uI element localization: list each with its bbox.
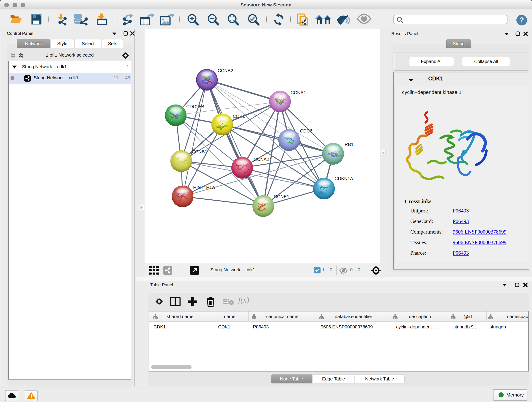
svg-text:?: ? bbox=[519, 16, 524, 24]
svg-text:CDC6: CDC6 bbox=[300, 128, 312, 133]
svg-text:CCNE1: CCNE1 bbox=[274, 194, 289, 199]
svg-text:CCNB2: CCNB2 bbox=[218, 68, 233, 73]
svg-text:RB1: RB1 bbox=[345, 142, 354, 147]
svg-text:CCNA2: CCNA2 bbox=[254, 157, 269, 162]
svg-text:CDC25B: CDC25B bbox=[186, 104, 204, 109]
svg-text:CCNB1: CCNB1 bbox=[192, 149, 207, 154]
svg-text:CDK1: CDK1 bbox=[233, 114, 245, 119]
svg-text:HIST1H1A: HIST1H1A bbox=[193, 185, 215, 190]
svg-text:CCNA1: CCNA1 bbox=[291, 90, 306, 95]
svg-text:CDKN1A: CDKN1A bbox=[335, 176, 353, 181]
